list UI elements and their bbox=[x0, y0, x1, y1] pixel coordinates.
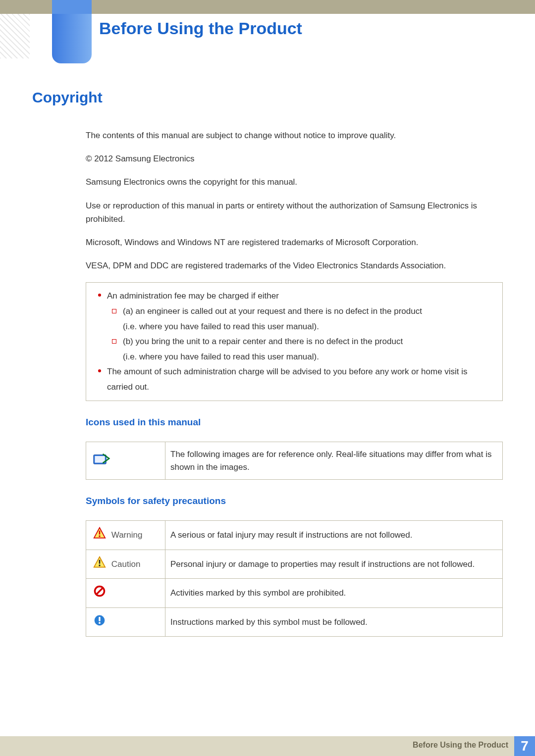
icon-cell: Caution bbox=[86, 550, 165, 579]
table-cell: A serious or fatal injury may result if … bbox=[165, 521, 503, 550]
note-icon bbox=[93, 453, 110, 469]
list-item: (i.e. where you have failed to read this… bbox=[93, 319, 495, 335]
list-item: (b) you bring the unit to a repair cente… bbox=[93, 334, 495, 350]
symbols-table: Warning A serious or fatal injury may re… bbox=[86, 520, 503, 637]
prohibited-icon bbox=[93, 585, 106, 602]
paragraph: Microsoft, Windows and Windows NT are re… bbox=[86, 236, 503, 249]
svg-point-12 bbox=[99, 622, 101, 624]
warning-icon bbox=[93, 527, 106, 544]
svg-rect-11 bbox=[99, 617, 100, 621]
footer-title: Before Using the Product bbox=[413, 741, 508, 750]
icons-table: The following images are for reference o… bbox=[86, 442, 503, 480]
paragraph: The contents of this manual are subject … bbox=[86, 129, 503, 142]
must-follow-icon bbox=[93, 614, 106, 631]
top-accent-bar bbox=[0, 0, 535, 14]
icon-label: Caution bbox=[111, 559, 141, 569]
table-row: Instructions marked by this symbol must … bbox=[86, 607, 503, 637]
list-item: (a) an engineer is called out at your re… bbox=[93, 304, 495, 319]
table-cell: Instructions marked by this symbol must … bbox=[165, 607, 503, 637]
caution-icon bbox=[93, 556, 106, 573]
svg-point-4 bbox=[99, 536, 100, 537]
paragraph: © 2012 Samsung Electronics bbox=[86, 152, 503, 165]
top-accent-tab bbox=[52, 0, 92, 14]
table-cell: The following images are for reference o… bbox=[165, 442, 503, 480]
table-row: Warning A serious or fatal injury may re… bbox=[86, 521, 503, 550]
svg-rect-3 bbox=[99, 531, 101, 535]
icon-cell bbox=[86, 579, 165, 608]
list-item: The amount of such administration charge… bbox=[93, 364, 495, 395]
icon-cell: Warning bbox=[86, 521, 165, 550]
table-cell: Activities marked by this symbol are pro… bbox=[165, 579, 503, 608]
table-cell: Personal injury or damage to properties … bbox=[165, 550, 503, 579]
icon-cell bbox=[86, 607, 165, 637]
icon-label: Warning bbox=[111, 530, 143, 540]
chapter-header: Before Using the Product bbox=[0, 14, 535, 63]
paragraph: VESA, DPM and DDC are registered tradema… bbox=[86, 259, 503, 272]
svg-rect-6 bbox=[99, 560, 101, 564]
admin-fee-box: An administration fee may be charged if … bbox=[86, 282, 503, 401]
table-row: Caution Personal injury or damage to pro… bbox=[86, 550, 503, 579]
subsection-title: Icons used in this manual bbox=[86, 417, 503, 428]
chapter-title: Before Using the Product bbox=[99, 19, 302, 38]
subsection-title: Symbols for safety precautions bbox=[86, 496, 503, 506]
page-number: 7 bbox=[514, 736, 535, 756]
list-item: An administration fee may be charged if … bbox=[93, 289, 495, 304]
table-row: Activities marked by this symbol are pro… bbox=[86, 579, 503, 608]
chapter-tab-shape bbox=[52, 14, 92, 63]
footer-bar: Before Using the Product 7 bbox=[0, 736, 535, 756]
paragraph: Samsung Electronics owns the copyright f… bbox=[86, 175, 503, 189]
list-item: (i.e. where you have failed to read this… bbox=[93, 350, 495, 365]
paragraph: Use or reproduction of this manual in pa… bbox=[86, 199, 503, 226]
svg-line-9 bbox=[96, 588, 103, 595]
table-row: The following images are for reference o… bbox=[86, 442, 503, 480]
body-text: The contents of this manual are subject … bbox=[86, 129, 503, 637]
icon-cell bbox=[86, 442, 165, 480]
svg-point-7 bbox=[99, 564, 100, 566]
section-title: Copyright bbox=[32, 89, 503, 106]
svg-rect-1 bbox=[95, 456, 105, 463]
